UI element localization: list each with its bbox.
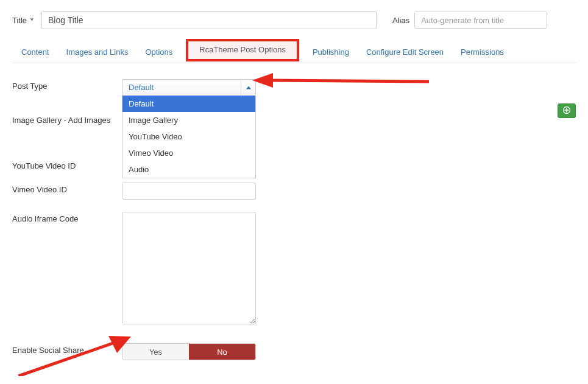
- tab-options[interactable]: Options: [145, 43, 172, 63]
- dropdown-option-default[interactable]: Default: [122, 96, 255, 112]
- post-type-label: Post Type: [12, 79, 122, 91]
- add-image-button[interactable]: [558, 103, 576, 118]
- post-type-dropdown: Default Image Gallery YouTube Video Vime…: [122, 96, 256, 178]
- tab-rcatheme[interactable]: RcaTheme Post Options: [186, 39, 299, 61]
- enable-social-label: Enable Social Share: [12, 343, 122, 355]
- alias-input[interactable]: [414, 12, 547, 29]
- title-label-text: Title: [12, 16, 27, 25]
- image-gallery-label: Image Gallery - Add Images: [12, 113, 122, 125]
- toggle-yes[interactable]: Yes: [122, 344, 189, 360]
- audio-iframe-textarea[interactable]: [122, 212, 256, 324]
- tab-permissions[interactable]: Permissions: [461, 43, 504, 63]
- post-type-select-value: Default: [122, 80, 241, 96]
- dropdown-option-image-gallery[interactable]: Image Gallery: [122, 112, 255, 128]
- required-asterisk: *: [30, 16, 34, 25]
- dropdown-option-audio[interactable]: Audio: [122, 161, 255, 178]
- tab-rcatheme-wrap: RcaTheme Post Options: [190, 43, 296, 63]
- audio-iframe-label: Audio Iframe Code: [12, 212, 122, 223]
- youtube-id-label: YouTube Video ID: [12, 159, 122, 170]
- enable-social-toggle: Yes No: [122, 343, 256, 360]
- tab-content[interactable]: Content: [21, 43, 49, 63]
- dropdown-option-vimeo[interactable]: Vimeo Video: [122, 145, 255, 161]
- vimeo-id-label: Vimeo Video ID: [12, 183, 122, 194]
- tab-images-links[interactable]: Images and Links: [66, 43, 129, 63]
- plus-icon: [563, 106, 570, 116]
- tab-configure[interactable]: Configure Edit Screen: [366, 43, 444, 63]
- alias-label: Alias: [392, 16, 409, 25]
- tab-publishing[interactable]: Publishing: [313, 43, 349, 63]
- title-input[interactable]: [41, 11, 377, 29]
- dropdown-option-youtube[interactable]: YouTube Video: [122, 128, 255, 145]
- tab-bar: Content Images and Links Options RcaThem…: [12, 43, 576, 63]
- title-label: Title *: [12, 16, 37, 25]
- vimeo-id-input[interactable]: [122, 183, 256, 200]
- post-type-select[interactable]: Default: [122, 79, 256, 96]
- toggle-no[interactable]: No: [189, 344, 255, 360]
- chevron-up-icon: [241, 80, 255, 96]
